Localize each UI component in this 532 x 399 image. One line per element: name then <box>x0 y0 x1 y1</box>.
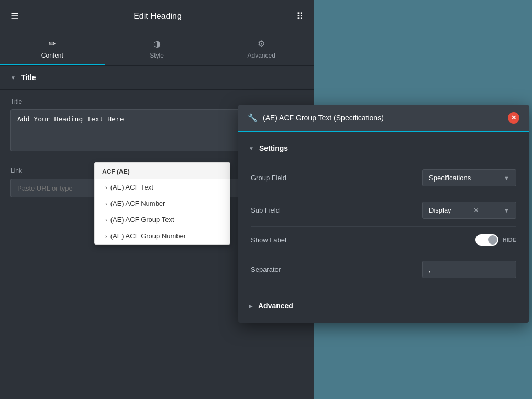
dialog-content: ▼ Settings Group Field Specifications ▼ … <box>238 132 529 323</box>
dropdown-item-acf-group-text[interactable]: › (AE) ACF Group Text <box>95 212 230 228</box>
advanced-tab-label: Advanced <box>247 52 275 59</box>
dropdown-group-label: ACF (AE) <box>95 163 230 179</box>
separator-input[interactable] <box>422 261 516 278</box>
group-field-row: Group Field Specifications ▼ <box>251 162 516 194</box>
advanced-expand-arrow: ▶ <box>249 303 253 309</box>
sub-field-value: Display <box>429 206 451 214</box>
dropdown-arrow-icon: › <box>105 217 107 223</box>
group-field-label: Group Field <box>251 174 286 182</box>
dialog-header: 🔧 (AE) ACF Group Text (Specifications) ✕ <box>238 105 529 131</box>
panel-title: Edit Heading <box>134 12 182 21</box>
style-tab-label: Style <box>150 52 164 59</box>
title-field-label: Title <box>10 98 303 105</box>
menu-icon[interactable]: ☰ <box>10 10 19 22</box>
acf-dropdown-popup: ACF (AE) › (AE) ACF Text › (AE) ACF Numb… <box>94 162 230 245</box>
sub-field-label: Sub Field <box>251 206 280 214</box>
grid-icon[interactable]: ⠿ <box>296 10 303 22</box>
separator-field-label: Separator <box>251 265 281 273</box>
select-arrow-icon: ▼ <box>504 207 509 214</box>
dropdown-arrow-icon: › <box>105 233 107 239</box>
dropdown-item-acf-group-number[interactable]: › (AE) ACF Group Number <box>95 228 230 244</box>
dropdown-item-acf-number[interactable]: › (AE) ACF Number <box>95 195 230 212</box>
dialog-advanced-section: ▶ Advanced <box>238 294 529 317</box>
dropdown-item-label: (AE) ACF Number <box>110 199 165 207</box>
style-tab-icon: ◑ <box>153 39 161 49</box>
settings-section-title: Settings <box>259 144 288 152</box>
sub-field-row: Sub Field Display ✕ ▼ <box>251 194 516 227</box>
dropdown-item-label: (AE) ACF Text <box>110 183 153 191</box>
toggle-state-label: HIDE <box>503 237 516 243</box>
settings-fields: Group Field Specifications ▼ Sub Field D… <box>238 159 529 294</box>
select-clear-icon[interactable]: ✕ <box>473 206 479 214</box>
title-section-header[interactable]: ▼ Title <box>0 66 314 90</box>
panel-header: ☰ Edit Heading ⠿ <box>0 0 314 32</box>
tabs-bar: ✏ Content ◑ Style ⚙ Advanced <box>0 32 314 66</box>
settings-collapse-arrow: ▼ <box>249 146 254 151</box>
dialog-title: (AE) ACF Group Text (Specifications) <box>263 114 384 122</box>
dialog-title-row: 🔧 (AE) ACF Group Text (Specifications) <box>248 113 384 123</box>
advanced-tab-icon: ⚙ <box>258 39 265 49</box>
title-section-label: Title <box>21 73 36 82</box>
dropdown-item-label: (AE) ACF Group Number <box>110 232 186 240</box>
content-tab-icon: ✏ <box>49 39 56 49</box>
dialog-close-button[interactable]: ✕ <box>508 112 519 124</box>
group-field-select[interactable]: Specifications ▼ <box>422 169 516 186</box>
dropdown-arrow-icon: › <box>105 201 107 207</box>
tab-style[interactable]: ◑ Style <box>105 32 209 65</box>
separator-row: Separator <box>251 253 516 285</box>
toggle-knob <box>488 235 497 245</box>
dropdown-item-label: (AE) ACF Group Text <box>110 216 174 224</box>
toggle-container: HIDE <box>475 234 516 246</box>
dropdown-arrow-icon: › <box>105 184 107 191</box>
tab-advanced[interactable]: ⚙ Advanced <box>209 32 314 65</box>
close-icon: ✕ <box>511 114 516 121</box>
group-field-value: Specifications <box>429 174 471 182</box>
section-collapse-arrow: ▼ <box>10 75 16 81</box>
acf-group-text-dialog: 🔧 (AE) ACF Group Text (Specifications) ✕… <box>238 105 529 323</box>
advanced-section-title: Advanced <box>258 302 293 310</box>
show-label-row: Show Label HIDE <box>251 227 516 253</box>
dropdown-item-acf-text[interactable]: › (AE) ACF Text <box>95 179 230 195</box>
advanced-section-header[interactable]: ▶ Advanced <box>249 302 518 310</box>
sub-field-select[interactable]: Display ✕ ▼ <box>422 202 516 219</box>
tab-content[interactable]: ✏ Content <box>0 32 105 65</box>
wrench-icon: 🔧 <box>248 113 258 123</box>
settings-section-header[interactable]: ▼ Settings <box>238 138 529 159</box>
show-label-field-label: Show Label <box>251 236 286 244</box>
select-arrow-icon: ▼ <box>504 175 509 181</box>
content-tab-label: Content <box>41 52 63 59</box>
show-label-toggle[interactable] <box>475 234 498 246</box>
